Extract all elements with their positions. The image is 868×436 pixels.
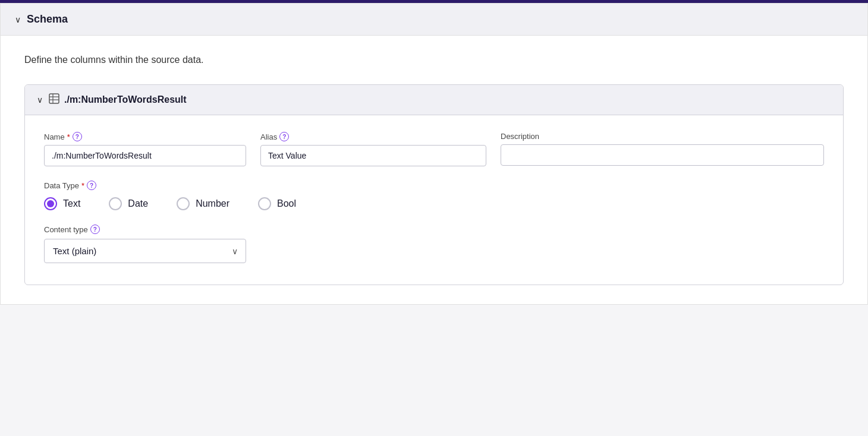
radio-circle-bool <box>258 197 271 210</box>
data-type-required-star: * <box>81 181 84 190</box>
name-help-icon[interactable]: ? <box>73 132 82 141</box>
name-required-star: * <box>67 132 70 141</box>
path-label: ./m:NumberToWordsResult <box>64 94 187 105</box>
radio-circle-text <box>44 197 57 210</box>
data-type-help-icon[interactable]: ? <box>87 181 96 190</box>
table-icon <box>49 93 59 106</box>
schema-section: ∨ Schema Define the columns within the s… <box>0 3 868 305</box>
form-row-main: Name * ? Alias ? <box>44 132 824 166</box>
alias-input[interactable] <box>260 145 486 166</box>
radio-option-date[interactable]: Date <box>109 197 148 210</box>
radio-label-text: Text <box>63 198 80 209</box>
content-type-label: Content type ? <box>44 225 824 234</box>
name-group: Name * ? <box>44 132 246 166</box>
radio-circle-number <box>177 197 190 210</box>
name-input[interactable] <box>44 145 246 166</box>
content-type-select-wrapper: Text (plain) Text (rich) HTML ∨ <box>44 239 246 263</box>
schema-body: Define the columns within the source dat… <box>1 36 867 304</box>
inner-section: ∨ ./m:NumberToWordsResult <box>24 84 844 285</box>
alias-help-icon[interactable]: ? <box>279 132 289 141</box>
description-label: Description <box>501 132 824 141</box>
description-group: Description <box>501 132 824 166</box>
radio-option-text[interactable]: Text <box>44 197 80 210</box>
schema-title: Schema <box>27 13 68 26</box>
schema-header[interactable]: ∨ Schema <box>1 4 867 36</box>
content-type-section: Content type ? Text (plain) Text (rich) … <box>44 225 824 263</box>
radio-circle-date <box>109 197 122 210</box>
page-wrapper: ∨ Schema Define the columns within the s… <box>0 3 868 436</box>
name-label: Name * ? <box>44 132 246 141</box>
schema-description: Define the columns within the source dat… <box>24 55 844 65</box>
alias-label: Alias ? <box>260 132 486 141</box>
inner-chevron-icon: ∨ <box>37 95 43 105</box>
alias-group: Alias ? <box>260 132 486 166</box>
radio-label-date: Date <box>128 198 148 209</box>
radio-option-bool[interactable]: Bool <box>258 197 296 210</box>
radio-label-number: Number <box>196 198 229 209</box>
radio-option-number[interactable]: Number <box>177 197 229 210</box>
inner-body: Name * ? Alias ? <box>25 115 843 285</box>
content-type-select[interactable]: Text (plain) Text (rich) HTML <box>44 239 246 263</box>
content-type-help-icon[interactable]: ? <box>90 225 100 234</box>
description-input[interactable] <box>501 144 824 166</box>
data-type-label: Data Type * ? <box>44 181 824 190</box>
inner-section-header[interactable]: ∨ ./m:NumberToWordsResult <box>25 85 843 115</box>
radio-label-bool: Bool <box>277 198 296 209</box>
radio-group: Text Date Number <box>44 197 824 210</box>
data-type-section: Data Type * ? Text <box>44 181 824 210</box>
schema-chevron-icon: ∨ <box>15 15 21 24</box>
svg-rect-0 <box>49 94 59 103</box>
